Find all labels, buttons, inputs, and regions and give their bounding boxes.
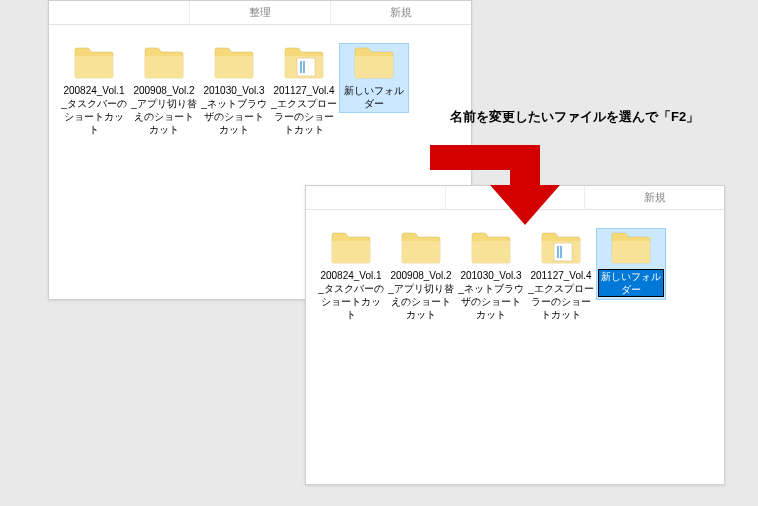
folder-icon (610, 231, 652, 265)
file-item[interactable]: 新しいフォルダー (596, 228, 666, 300)
file-label: 201127_Vol.4_エクスプローラーのショートカット (528, 269, 594, 321)
file-item[interactable]: 200908_Vol.2_アプリ切り替えのショートカット (386, 228, 456, 324)
file-item[interactable]: 200824_Vol.1_タスクバーのショートカット (59, 43, 129, 139)
file-label: 200908_Vol.2_アプリ切り替えのショートカット (131, 84, 197, 136)
file-label: 201030_Vol.3_ネットブラウザのショートカット (201, 84, 267, 136)
folder-icon (353, 46, 395, 80)
toolbar-left (49, 1, 190, 24)
folder-icon (73, 46, 115, 80)
toolbar-new[interactable]: 新規 (331, 1, 471, 24)
toolbar-organize[interactable]: 整理 (190, 1, 331, 24)
arrow-icon (420, 130, 580, 230)
file-label-editing[interactable]: 新しいフォルダー (598, 269, 664, 297)
svg-rect-5 (560, 246, 562, 258)
folder-icon (540, 231, 582, 265)
folder-icon (283, 46, 325, 80)
svg-rect-2 (303, 61, 305, 73)
file-area[interactable]: 200824_Vol.1_タスクバーのショートカット 200908_Vol.2_… (49, 25, 471, 157)
file-item[interactable]: 200908_Vol.2_アプリ切り替えのショートカット (129, 43, 199, 139)
folder-icon (143, 46, 185, 80)
file-item[interactable]: 201030_Vol.3_ネットブラウザのショートカット (456, 228, 526, 324)
svg-rect-0 (297, 58, 315, 76)
folder-icon (470, 231, 512, 265)
folder-icon (330, 231, 372, 265)
file-item[interactable]: 201127_Vol.4_エクスプローラーのショートカット (269, 43, 339, 139)
file-label: 200824_Vol.1_タスクバーのショートカット (318, 269, 384, 321)
file-label: 200908_Vol.2_アプリ切り替えのショートカット (388, 269, 454, 321)
svg-rect-1 (300, 61, 302, 73)
toolbar-new[interactable]: 新規 (585, 186, 724, 209)
explorer-window-after: 整理 新規 200824_Vol.1_タスクバーのショートカット 200908_… (305, 185, 725, 485)
svg-rect-3 (554, 243, 572, 261)
svg-rect-4 (557, 246, 559, 258)
file-item[interactable]: 201127_Vol.4_エクスプローラーのショートカット (526, 228, 596, 324)
file-label: 201127_Vol.4_エクスプローラーのショートカット (271, 84, 337, 136)
file-label: 200824_Vol.1_タスクバーのショートカット (61, 84, 127, 136)
folder-icon (400, 231, 442, 265)
folder-icon (213, 46, 255, 80)
file-item[interactable]: 201030_Vol.3_ネットブラウザのショートカット (199, 43, 269, 139)
file-label: 新しいフォルダー (341, 84, 407, 110)
file-item[interactable]: 新しいフォルダー (339, 43, 409, 113)
file-item[interactable]: 200824_Vol.1_タスクバーのショートカット (316, 228, 386, 324)
annotation-text: 名前を変更したいファイルを選んで「F2」 (450, 108, 699, 126)
toolbar: 整理 新規 (49, 1, 471, 25)
file-label: 201030_Vol.3_ネットブラウザのショートカット (458, 269, 524, 321)
